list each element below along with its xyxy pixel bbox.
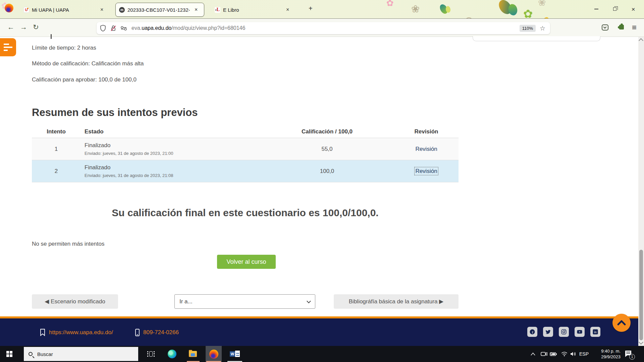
wifi-tray-icon[interactable] <box>559 346 569 362</box>
firefox-taskbar-button[interactable] <box>206 346 222 362</box>
twitter-icon[interactable] <box>543 327 553 337</box>
col-header-review: Revisión <box>394 128 459 135</box>
theme-decoration: ❀ <box>538 0 546 7</box>
tab-title: E Libro <box>223 7 247 13</box>
desktop-screen: ✿ ✿ ❀ ✿ ❀ U Mi UAPA | UAPA × m 202333-CB… <box>0 0 644 362</box>
reload-button[interactable]: ↻ <box>33 23 39 31</box>
final-grade-heading: Su calificación final en este cuestionar… <box>32 207 459 219</box>
scrollbar-down-arrow[interactable] <box>639 340 643 345</box>
tab-close-icon[interactable]: × <box>286 7 289 13</box>
battery-tray-icon[interactable] <box>549 346 558 362</box>
file-explorer-taskbar-button[interactable] <box>185 346 200 362</box>
grade-to-pass-text: Calificación para aprobar: 100,0 de 100,… <box>32 76 137 83</box>
youtube-icon[interactable] <box>575 327 585 337</box>
scrollbar-thumb[interactable] <box>639 250 643 340</box>
edge-taskbar-button[interactable] <box>165 346 179 362</box>
review-link[interactable]: Revisión <box>415 146 437 152</box>
browser-tab-strip: ✿ ✿ ❀ ✿ ❀ U Mi UAPA | UAPA × m 202333-CB… <box>0 0 644 19</box>
url-display[interactable]: eva.uapa.edu.do/mod/quiz/view.php?id=680… <box>131 25 520 31</box>
taskbar-search-box[interactable]: Buscar <box>24 347 138 361</box>
back-button[interactable]: ← <box>7 23 14 31</box>
instagram-icon[interactable] <box>559 327 569 337</box>
scroll-to-top-button[interactable] <box>612 314 631 332</box>
attempts-table: Intento Estado Calificación / 100,0 Revi… <box>32 126 459 182</box>
window-minimize-button[interactable] <box>591 5 601 13</box>
action-center-button[interactable]: 1 <box>625 350 633 359</box>
theme-decoration <box>542 16 550 19</box>
tab-elibro[interactable]: eL E Libro × <box>211 3 299 17</box>
chevron-down-icon <box>307 299 311 303</box>
table-row: 1 Finalizado Enviado: jueves, 31 de agos… <box>32 138 459 160</box>
col-header-grade: Calificación / 100,0 <box>260 128 394 135</box>
scrollbar-up-arrow[interactable] <box>639 38 643 43</box>
word-icon: W <box>230 350 240 358</box>
edge-icon <box>168 350 176 358</box>
uapa-favicon: U <box>23 7 29 13</box>
tab-title: 202333-CBC107-V01-1232-1: TA <box>127 7 190 13</box>
no-more-attempts-text: No se permiten más intentos <box>32 241 104 247</box>
wifi-icon <box>561 352 568 357</box>
time-limit-text: Límite de tiempo: 2 horas <box>32 45 96 51</box>
language-indicator[interactable]: ESP <box>579 346 589 362</box>
theme-decoration: ❀ <box>411 4 420 14</box>
app-menu-icon[interactable]: ≡ <box>632 23 637 32</box>
grading-method-text: Método de calificación: Calificación más… <box>32 60 144 67</box>
next-activity-button[interactable]: Bibliográfía básica de la asignatura ▶ <box>334 294 459 309</box>
firefox-icon <box>209 350 218 359</box>
page-content: Límite de tiempo: 2 horas Método de cali… <box>0 37 644 346</box>
back-to-course-button[interactable]: Volver al curso <box>217 255 276 269</box>
jump-to-select[interactable]: Ir a... <box>174 294 315 309</box>
volume-tray-icon[interactable] <box>568 346 578 362</box>
extensions-puzzle-icon[interactable] <box>619 25 624 29</box>
windows-logo-icon <box>6 351 12 357</box>
attempt-grade: 100,0 <box>260 168 394 175</box>
tab-mi-uapa[interactable]: U Mi UAPA | UAPA × <box>20 3 111 17</box>
task-view-button[interactable] <box>144 346 158 362</box>
tray-expand-button[interactable] <box>529 346 537 362</box>
forward-button[interactable]: → <box>20 23 27 31</box>
linkedin-icon[interactable]: in <box>590 327 600 337</box>
firefox-app-icon[interactable] <box>5 4 13 12</box>
tracking-protection-shield-icon[interactable] <box>100 25 106 32</box>
previous-activity-button[interactable]: ◀ Escenario modificado <box>32 294 118 309</box>
chevron-up-icon <box>531 353 535 356</box>
permissions-icon[interactable] <box>120 25 127 32</box>
meet-now-tray-icon[interactable] <box>539 346 549 362</box>
tab-moodle-quiz[interactable]: m 202333-CBC107-V01-1232-1: TA × <box>115 3 204 17</box>
attempt-number: 2 <box>32 168 80 175</box>
address-bar[interactable]: eva.uapa.edu.do/mod/quiz/view.php?id=680… <box>97 22 550 34</box>
page-scrollbar[interactable] <box>638 37 644 346</box>
task-view-icon <box>147 351 155 357</box>
insecure-lock-icon[interactable] <box>110 25 117 32</box>
word-taskbar-button[interactable]: W <box>227 346 243 362</box>
svg-text:in: in <box>594 331 596 334</box>
tab-close-icon[interactable]: × <box>195 7 198 13</box>
footer-website-link[interactable]: https://www.uapa.edu.do/ <box>49 329 113 336</box>
facebook-icon[interactable]: f <box>527 327 537 337</box>
course-index-drawer-toggle[interactable] <box>0 38 16 56</box>
attempt-submitted-time: Enviado: jueves, 31 de agosto de 2023, 2… <box>85 173 260 178</box>
tray-date: 29/9/2023 <box>589 354 621 360</box>
attempt-state: Finalizado Enviado: jueves, 31 de agosto… <box>80 164 260 178</box>
tab-close-icon[interactable]: × <box>100 7 103 13</box>
window-close-button[interactable]: × <box>628 5 638 13</box>
attempt-grade: 55,0 <box>260 146 394 153</box>
chevron-up-icon <box>617 320 626 326</box>
svg-text:f: f <box>532 330 533 334</box>
pocket-save-icon[interactable] <box>602 24 608 31</box>
jump-to-selected-value: Ir a... <box>179 298 193 305</box>
clock[interactable]: 9:40 p. m. 29/9/2023 <box>589 348 621 360</box>
camera-icon <box>541 351 547 357</box>
file-explorer-icon <box>189 351 197 357</box>
elibro-favicon: eL <box>215 7 220 13</box>
search-placeholder: Buscar <box>37 351 53 357</box>
attempts-summary-heading: Resumen de sus intentos previos <box>32 107 198 119</box>
new-tab-button[interactable]: + <box>309 5 313 12</box>
col-header-state: Estado <box>80 128 260 135</box>
window-restore-button[interactable] <box>610 5 620 13</box>
review-link-focused[interactable]: Revisión <box>415 168 437 174</box>
zoom-level-badge[interactable]: 110% <box>520 25 536 32</box>
footer-phone-link[interactable]: 809-724-0266 <box>143 329 179 336</box>
start-button[interactable] <box>3 346 16 362</box>
bookmark-star-icon[interactable]: ☆ <box>540 24 545 32</box>
